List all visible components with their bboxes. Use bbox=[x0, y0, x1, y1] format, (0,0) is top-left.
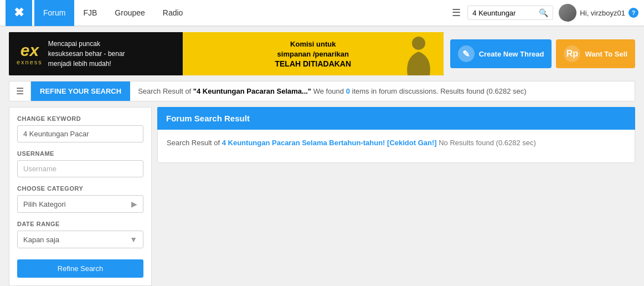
banner-right: Komisi untuk simpanan /penarikan TELAH D… bbox=[183, 32, 444, 75]
category-section: CHOOSE CATEGORY Pilih Kategori ▶ bbox=[17, 185, 143, 213]
help-icon[interactable]: ? bbox=[628, 8, 638, 18]
date-arrow-icon: ▼ bbox=[130, 235, 137, 244]
logo-icon: ✖ bbox=[14, 6, 24, 20]
forum-result-detail: Search Result of 4 Keuntungan Pacaran Se… bbox=[167, 137, 626, 149]
create-thread-icon: ✎ bbox=[458, 45, 475, 62]
create-thread-button[interactable]: ✎ Create New Thread bbox=[450, 39, 552, 68]
want-to-sell-label: Want To Sell bbox=[585, 50, 627, 58]
want-to-sell-icon: Rp bbox=[564, 45, 580, 62]
result-suffix: items in forum discussions. Results foun… bbox=[350, 87, 527, 95]
list-icon[interactable]: ☰ bbox=[452, 7, 461, 19]
svg-point-0 bbox=[412, 37, 425, 50]
username-input[interactable] bbox=[17, 160, 143, 177]
username-section: USERNAME bbox=[17, 150, 143, 177]
forum-result-body: Search Result of 4 Keuntungan Pacaran Se… bbox=[157, 130, 635, 163]
banner-right-text: Komisi untuk simpanan /penarikan bbox=[277, 39, 349, 59]
navbar: ✖ Forum FJB Groupee Radio ☰ 🔍 Hi, virzbo… bbox=[0, 0, 644, 27]
date-dropdown[interactable]: Kapan saja ▼ bbox=[17, 231, 143, 248]
filter-toggle[interactable]: ☰ bbox=[9, 81, 31, 101]
result-detail-suffix: No Results found (0.6282 sec) bbox=[437, 139, 536, 147]
keyword-section: CHANGE KEYWORD bbox=[17, 115, 143, 142]
date-section: DATE RANGE Kapan saja ▼ bbox=[17, 221, 143, 248]
user-area: Hi, virzboyz01 ? bbox=[559, 4, 638, 22]
exness-name: exness bbox=[17, 59, 43, 65]
banner: ex exness Mencapai puncakkesuksesan beha… bbox=[9, 32, 444, 75]
exness-logo: ex exness bbox=[17, 42, 43, 65]
date-value: Kapan saja bbox=[23, 236, 130, 244]
avatar bbox=[559, 4, 576, 22]
search-result-text: Search Result of "4 Keuntungan Pacaran S… bbox=[130, 83, 635, 100]
refine-tab[interactable]: REFINE YOUR SEARCH bbox=[31, 81, 130, 101]
date-label: DATE RANGE bbox=[17, 221, 143, 227]
banner-right-sub: TELAH DITIADAKAN bbox=[275, 59, 351, 68]
banner-area: ex exness Mencapai puncakkesuksesan beha… bbox=[0, 27, 644, 81]
result-count: 0 bbox=[346, 87, 350, 95]
nav-item-fjb[interactable]: FJB bbox=[74, 0, 106, 26]
logo[interactable]: ✖ bbox=[6, 0, 32, 26]
banner-left: ex exness Mencapai puncakkesuksesan beha… bbox=[9, 32, 183, 75]
user-greeting: Hi, virzboyz01 bbox=[580, 9, 625, 17]
banner-figure bbox=[399, 32, 438, 75]
category-arrow-icon: ▶ bbox=[131, 200, 137, 208]
nav-item-groupee[interactable]: Groupee bbox=[106, 0, 153, 26]
nav-search-icon[interactable]: 🔍 bbox=[539, 8, 548, 17]
username-label: USERNAME bbox=[17, 150, 143, 157]
main-content: CHANGE KEYWORD USERNAME CHOOSE CATEGORY … bbox=[9, 107, 635, 286]
result-quoted: "4 Keuntungan Pacaran Selama..." bbox=[193, 87, 311, 95]
search-bar: ☰ REFINE YOUR SEARCH Search Result of "4… bbox=[9, 81, 635, 101]
category-placeholder: Pilih Kategori bbox=[23, 200, 131, 208]
keyword-input[interactable] bbox=[17, 125, 143, 142]
keyword-label: CHANGE KEYWORD bbox=[17, 115, 143, 122]
nav-item-radio[interactable]: Radio bbox=[154, 0, 192, 26]
refine-search-button[interactable]: Refine Search bbox=[17, 259, 143, 278]
want-to-sell-button[interactable]: Rp Want To Sell bbox=[556, 39, 635, 68]
nav-search-input[interactable] bbox=[472, 9, 539, 17]
create-thread-label: Create New Thread bbox=[479, 50, 544, 58]
forum-result-header: Forum Search Result bbox=[157, 107, 635, 130]
banner-slogan: Mencapai puncakkesuksesan behar - benarm… bbox=[48, 39, 125, 69]
we-found: We found bbox=[311, 87, 346, 95]
nav-item-forum[interactable]: Forum bbox=[34, 0, 74, 26]
result-detail-prefix: Search Result of bbox=[167, 139, 222, 147]
result-detail-bold: 4 Keuntungan Pacaran Selama Bertahun-tah… bbox=[222, 139, 437, 147]
result-prefix: Search Result of bbox=[138, 87, 193, 95]
forum-results: Forum Search Result Search Result of 4 K… bbox=[157, 107, 635, 286]
category-label: CHOOSE CATEGORY bbox=[17, 185, 143, 192]
sidebar: CHANGE KEYWORD USERNAME CHOOSE CATEGORY … bbox=[9, 107, 152, 286]
category-select[interactable]: Pilih Kategori ▶ bbox=[17, 195, 143, 213]
nav-search-box: 🔍 bbox=[467, 6, 553, 20]
action-buttons: ✎ Create New Thread Rp Want To Sell bbox=[450, 39, 635, 68]
